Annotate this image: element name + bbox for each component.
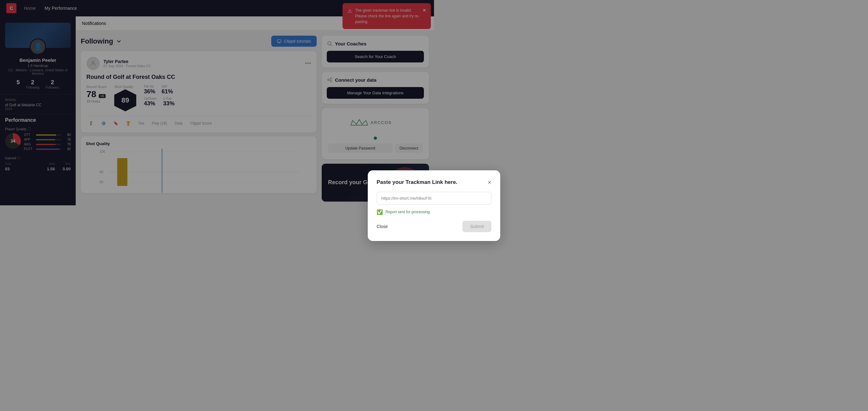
modal-overlay[interactable]: Paste your Trackman Link here. × ✅ Repor… xyxy=(0,0,434,205)
modal-title: Paste your Trackman Link here. xyxy=(377,179,434,186)
trackman-link-input[interactable] xyxy=(377,192,434,205)
trackman-modal: Paste your Trackman Link here. × ✅ Repor… xyxy=(368,170,434,205)
modal-header: Paste your Trackman Link here. × xyxy=(377,179,434,186)
